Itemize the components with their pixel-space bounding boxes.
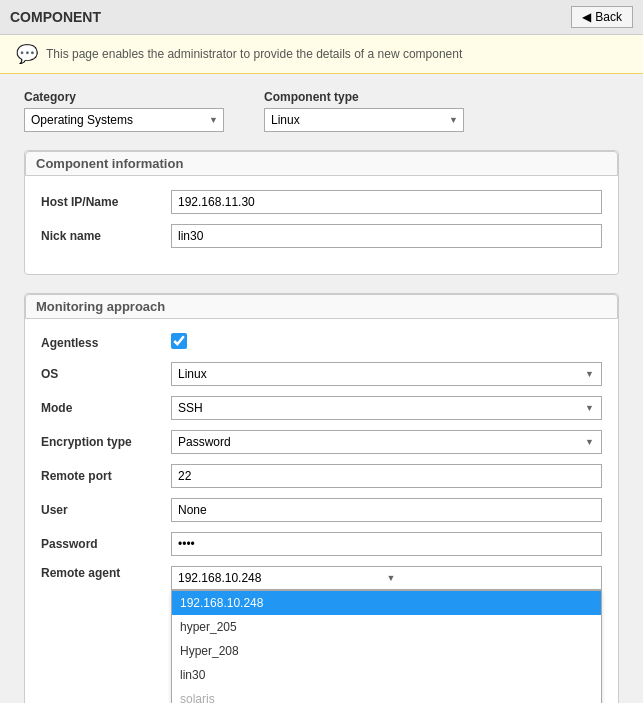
agentless-checkbox[interactable]: [171, 333, 187, 349]
main-content: Category Operating Systems Network Appli…: [0, 74, 643, 703]
mode-select[interactable]: SSH Telnet WMI: [171, 396, 602, 420]
mode-select-wrapper: SSH Telnet WMI: [171, 396, 602, 420]
user-input-wrapper: [171, 498, 602, 522]
nickname-row: Nick name: [41, 224, 602, 248]
encryption-type-select-container[interactable]: Password Key None: [171, 430, 602, 454]
dropdown-item-3[interactable]: lin30: [172, 663, 601, 687]
encryption-type-select[interactable]: Password Key None: [171, 430, 602, 454]
os-select[interactable]: Linux Windows AIX: [171, 362, 602, 386]
remote-port-input-wrapper: [171, 464, 602, 488]
password-input-wrapper: [171, 532, 602, 556]
mode-label: Mode: [41, 401, 171, 415]
nickname-input-wrapper: [171, 224, 602, 248]
password-row: Password: [41, 532, 602, 556]
encryption-type-row: Encryption type Password Key None: [41, 430, 602, 454]
host-input[interactable]: [171, 190, 602, 214]
nickname-label: Nick name: [41, 229, 171, 243]
component-type-select-wrapper[interactable]: Linux Windows AIX Solaris: [264, 108, 464, 132]
dropdown-item-4[interactable]: solaris: [172, 687, 601, 703]
agentless-label: Agentless: [41, 336, 171, 350]
info-icon: 💬: [16, 43, 38, 65]
agentless-row: Agentless: [41, 333, 602, 352]
remote-agent-row: Remote agent 192.168.10.248 ▼ 192.168.10…: [41, 566, 602, 703]
remote-port-label: Remote port: [41, 469, 171, 483]
page-title: COMPONENT: [10, 9, 101, 25]
component-type-label: Component type: [264, 90, 464, 104]
user-input[interactable]: [171, 498, 602, 522]
remote-port-row: Remote port: [41, 464, 602, 488]
dropdown-item-0[interactable]: 192.168.10.248: [172, 591, 601, 615]
monitoring-approach-panel: Monitoring approach Agentless OS Linux W…: [24, 293, 619, 703]
component-type-field-group: Component type Linux Windows AIX Solaris: [264, 90, 464, 132]
banner-text: This page enables the administrator to p…: [46, 47, 462, 61]
back-button-label: Back: [595, 10, 622, 24]
remote-agent-select-bar[interactable]: 192.168.10.248 ▼: [171, 566, 602, 590]
password-label: Password: [41, 537, 171, 551]
remote-agent-label: Remote agent: [41, 566, 171, 580]
category-select[interactable]: Operating Systems Network Applications D…: [24, 108, 224, 132]
category-label: Category: [24, 90, 224, 104]
mode-row: Mode SSH Telnet WMI: [41, 396, 602, 420]
mode-select-container[interactable]: SSH Telnet WMI: [171, 396, 602, 420]
user-label: User: [41, 503, 171, 517]
page-header: COMPONENT ◀ Back: [0, 0, 643, 35]
encryption-type-select-wrapper: Password Key None: [171, 430, 602, 454]
user-row: User: [41, 498, 602, 522]
host-label: Host IP/Name: [41, 195, 171, 209]
component-type-select[interactable]: Linux Windows AIX Solaris: [264, 108, 464, 132]
agentless-input-wrapper: [171, 333, 602, 352]
remote-port-input[interactable]: [171, 464, 602, 488]
component-info-panel: Component information Host IP/Name Nick …: [24, 150, 619, 275]
os-select-container[interactable]: Linux Windows AIX: [171, 362, 602, 386]
component-info-title: Component information: [25, 151, 618, 176]
category-select-wrapper[interactable]: Operating Systems Network Applications D…: [24, 108, 224, 132]
remote-agent-dropdown-list: 192.168.10.248 hyper_205 Hyper_208 lin30…: [171, 590, 602, 703]
monitoring-approach-title: Monitoring approach: [25, 294, 618, 319]
dropdown-item-1[interactable]: hyper_205: [172, 615, 601, 639]
host-input-wrapper: [171, 190, 602, 214]
os-row: OS Linux Windows AIX: [41, 362, 602, 386]
dropdown-item-2[interactable]: Hyper_208: [172, 639, 601, 663]
remote-agent-arrow-icon: ▼: [387, 573, 596, 583]
category-row: Category Operating Systems Network Appli…: [24, 90, 619, 132]
back-button[interactable]: ◀ Back: [571, 6, 633, 28]
remote-agent-input-wrapper: 192.168.10.248 ▼ 192.168.10.248 hyper_20…: [171, 566, 602, 703]
info-banner: 💬 This page enables the administrator to…: [0, 35, 643, 74]
os-label: OS: [41, 367, 171, 381]
remote-agent-value: 192.168.10.248: [178, 571, 387, 585]
category-field-group: Category Operating Systems Network Appli…: [24, 90, 224, 132]
back-arrow-icon: ◀: [582, 10, 591, 24]
host-row: Host IP/Name: [41, 190, 602, 214]
password-input[interactable]: [171, 532, 602, 556]
os-select-wrapper: Linux Windows AIX: [171, 362, 602, 386]
encryption-type-label: Encryption type: [41, 435, 171, 449]
nickname-input[interactable]: [171, 224, 602, 248]
remote-agent-dropdown[interactable]: 192.168.10.248 ▼ 192.168.10.248 hyper_20…: [171, 566, 602, 703]
